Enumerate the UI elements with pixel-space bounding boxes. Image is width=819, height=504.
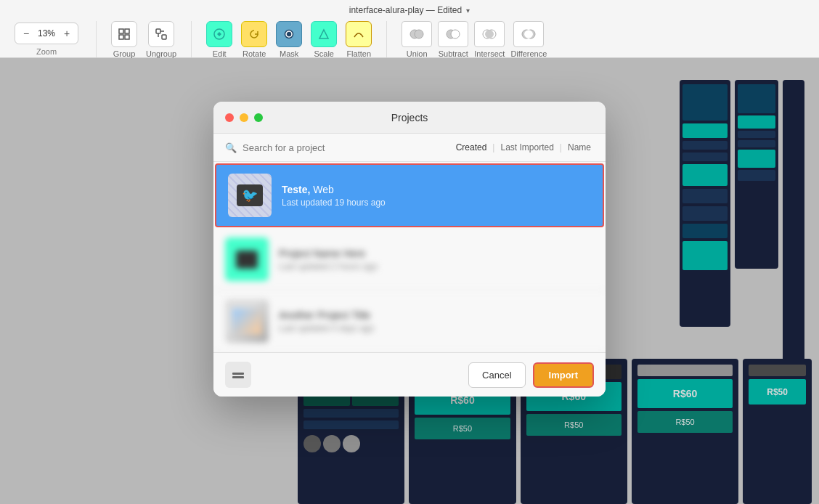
svg-rect-3 (125, 35, 129, 39)
project-name-suffix-1: Web (313, 184, 334, 195)
modal-title: Projects (391, 112, 428, 123)
sort-last-imported-tab[interactable]: Last Imported (497, 141, 556, 154)
search-left: 🔍 (225, 142, 388, 153)
svg-rect-1 (125, 29, 129, 33)
edit-label: Edit (213, 49, 227, 58)
intersect-label: Intersect (474, 49, 505, 58)
minimize-button[interactable] (240, 113, 248, 122)
search-icon: 🔍 (225, 142, 237, 153)
search-input[interactable] (243, 142, 388, 153)
project-subtitle-3: Last updated 4 days ago (279, 323, 594, 333)
modal-search-bar: 🔍 Created | Last Imported | Name (213, 134, 606, 162)
group-button[interactable] (111, 21, 137, 47)
ungroup-button[interactable] (148, 21, 174, 47)
project-info-3: Another Project Title Last updated 4 day… (279, 309, 594, 333)
separator-3 (386, 21, 387, 57)
difference-tool: Difference (510, 21, 547, 58)
rotate-label: Rotate (243, 49, 266, 58)
modal-overlay: Projects 🔍 Created | Last Imported | Nam… (0, 58, 819, 504)
ungroup-label: Ungroup (146, 49, 176, 58)
group-tool: Group (111, 21, 137, 58)
flatten-label: Flatten (346, 49, 371, 58)
zoom-out-button[interactable]: − (20, 25, 33, 42)
subtract-button[interactable] (438, 21, 468, 47)
boolean-tools: Union Subtract Intersect Difference (402, 21, 547, 58)
difference-button[interactable] (513, 21, 544, 47)
file-title: interface-alura-play — Edited (349, 5, 462, 15)
svg-rect-4 (156, 29, 160, 33)
sort-name-tab[interactable]: Name (565, 141, 594, 154)
project-thumbnail-inner-1: 🐦 (237, 184, 263, 206)
flatten-button[interactable] (346, 21, 372, 47)
cancel-button[interactable]: Cancel (468, 362, 525, 388)
project-item-2[interactable]: Project Name Here Last updated 2 hours a… (213, 229, 606, 290)
mask-label: Mask (280, 49, 298, 58)
footer-actions: Cancel Import (468, 362, 594, 388)
difference-label: Difference (510, 49, 547, 58)
union-button[interactable] (402, 21, 432, 47)
project-info-1: Teste, Web Last updated 19 hours ago (282, 184, 591, 208)
project-thumbnail-3 (225, 299, 269, 343)
title-bar: interface-alura-play — Edited ▾ (0, 0, 819, 20)
traffic-lights (225, 113, 263, 122)
separator-2 (191, 21, 192, 57)
zoom-label: Zoom (36, 47, 57, 56)
svg-rect-5 (162, 35, 166, 39)
projects-modal: Projects 🔍 Created | Last Imported | Nam… (213, 102, 606, 397)
zoom-value: 13% (36, 28, 57, 38)
edit-tool: Edit (206, 21, 232, 58)
project-subtitle-1: Last updated 19 hours ago (282, 198, 591, 208)
subtract-label: Subtract (439, 49, 468, 58)
separator-1 (96, 21, 97, 57)
close-button[interactable] (225, 113, 234, 122)
project-list: 🐦 Teste, Web Last updated 19 hours ago P… (213, 162, 606, 352)
union-tool: Union (402, 21, 432, 58)
toolbar: interface-alura-play — Edited ▾ − 13% + … (0, 0, 819, 58)
import-button[interactable]: Import (533, 362, 594, 388)
project-subtitle-2: Last updated 2 hours ago (279, 261, 594, 272)
svg-rect-21 (232, 376, 244, 378)
svg-point-13 (415, 30, 423, 38)
project-info-2: Project Name Here Last updated 2 hours a… (279, 248, 594, 272)
project-item-3[interactable]: Another Project Title Last updated 4 day… (213, 290, 606, 352)
footer-left (225, 362, 251, 388)
group-label: Group (113, 49, 136, 58)
project-thumbnail-1: 🐦 (228, 174, 272, 217)
ungroup-tool: Ungroup (146, 21, 176, 58)
scale-tool: Scale (311, 21, 337, 58)
zoom-in-button[interactable]: + (60, 25, 73, 42)
project-name-1: Teste, Web (282, 184, 591, 195)
modal-footer: Cancel Import (213, 352, 606, 397)
zoom-section: − 13% + Zoom (15, 23, 78, 56)
sort-tabs: Created | Last Imported | Name (453, 141, 594, 154)
edit-button[interactable] (206, 21, 232, 47)
sort-created-tab[interactable]: Created (453, 141, 490, 154)
project-name-2: Project Name Here (279, 248, 594, 259)
mask-tool: Mask (276, 21, 302, 58)
svg-rect-20 (232, 373, 244, 375)
project-thumbnail-2 (225, 237, 269, 281)
dropdown-icon[interactable]: ▾ (466, 7, 470, 15)
flatten-tool: Flatten (346, 21, 372, 58)
rotate-button[interactable] (241, 21, 267, 47)
project-name-3: Another Project Title (279, 309, 594, 321)
union-label: Union (407, 49, 428, 58)
modal-header: Projects (213, 102, 606, 134)
footer-icon (225, 362, 251, 388)
toolbar-items: − 13% + Zoom Group (0, 20, 819, 58)
project-item-1[interactable]: 🐦 Teste, Web Last updated 19 hours ago (215, 163, 604, 227)
subtract-tool: Subtract (438, 21, 468, 58)
project-name-bold-1: Teste, (282, 184, 310, 195)
group-tools: Group Ungroup (111, 21, 176, 58)
intersect-button[interactable] (474, 21, 505, 47)
svg-marker-11 (319, 30, 328, 38)
svg-point-15 (451, 30, 460, 38)
scale-label: Scale (314, 49, 334, 58)
mask-button[interactable] (276, 21, 302, 47)
scale-button[interactable] (311, 21, 337, 47)
maximize-button[interactable] (254, 113, 263, 122)
intersect-tool: Intersect (474, 21, 505, 58)
rotate-tool: Rotate (241, 21, 267, 58)
edit-tools: Edit Rotate Mask Scale (206, 21, 372, 58)
svg-rect-2 (119, 35, 123, 39)
